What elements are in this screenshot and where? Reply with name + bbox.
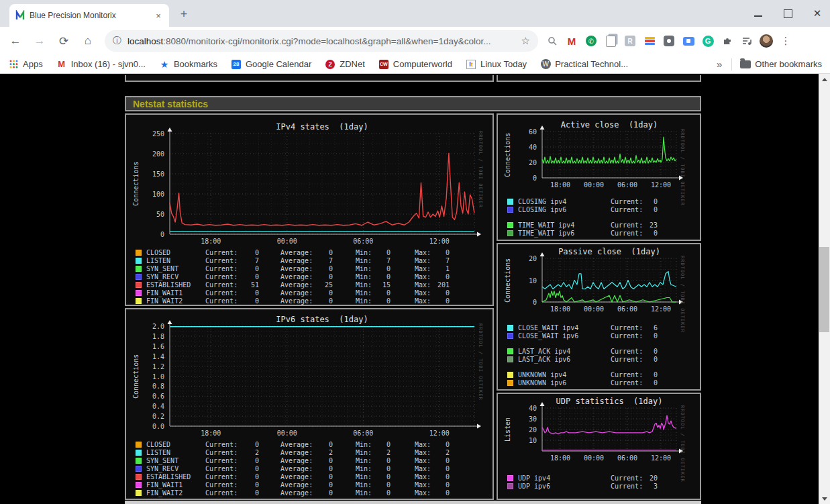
plot-area [542, 408, 676, 451]
other-bookmarks-button[interactable]: Other bookmarks [740, 59, 822, 70]
legend-label: FIN_WAIT1 [146, 481, 205, 489]
grammarly-icon[interactable]: G [701, 34, 715, 48]
legend-value-average: 25 [317, 281, 333, 289]
legend-swatch [136, 482, 142, 488]
y-tick-label: 0.8 [138, 383, 164, 390]
legend-key-average: Average: [280, 289, 317, 297]
bookmark-star-icon[interactable]: ☆ [521, 35, 530, 47]
legend-value-min: 0 [372, 465, 391, 472]
legend-value-current: 6 [643, 324, 658, 332]
r-extension-icon[interactable]: R [623, 34, 637, 48]
pocket-icon[interactable] [662, 34, 676, 48]
plot-area [542, 258, 676, 302]
gmail-icon[interactable]: M [564, 34, 579, 48]
wordpress-favicon: W [540, 59, 551, 70]
folder-icon [740, 59, 751, 70]
y-tick-label: 250 [138, 130, 164, 138]
plot-area [542, 132, 676, 178]
legend-value-current: 0 [643, 379, 658, 387]
legend-key-average: Average: [280, 473, 317, 481]
voice-icon[interactable]: ✆ [584, 34, 599, 48]
browser-tab[interactable]: Blue Precision Monitorix × [9, 4, 169, 27]
bookmarks-overflow-icon[interactable]: » [717, 58, 722, 70]
page-scrollbar[interactable] [819, 74, 830, 504]
apps-shortcut[interactable]: Apps [8, 59, 43, 70]
legend-swatch [136, 450, 142, 456]
legend-value-current: 2 [238, 449, 259, 456]
search-icon[interactable] [545, 34, 560, 48]
copy-pages-icon[interactable] [603, 34, 618, 48]
puzzle-extensions-icon[interactable] [720, 34, 735, 48]
forward-icon[interactable]: → [31, 32, 48, 50]
bookmark-computerworld[interactable]: CW Computerworld [378, 59, 452, 70]
bookmark-bookmarks[interactable]: ★ Bookmarks [159, 59, 217, 70]
minimize-icon[interactable] [752, 7, 764, 19]
scrollbar-thumb[interactable] [819, 247, 829, 332]
legend-swatch [507, 483, 513, 489]
legend-key-average: Average: [280, 465, 317, 472]
bookmark-practical-technology[interactable]: W Practical Technol... [540, 59, 628, 70]
reload-icon[interactable]: ⟳ [55, 32, 72, 50]
legend-swatch [136, 266, 142, 272]
bookmarks-separator [731, 58, 732, 70]
legend-swatch [507, 333, 513, 339]
legend-key-current: Current: [205, 441, 238, 448]
legend-key-average: Average: [280, 249, 317, 256]
scroll-down-arrow[interactable] [819, 493, 830, 504]
legend-key-min: Min: [356, 281, 372, 289]
bookmark-zdnet[interactable]: Z ZDNet [325, 59, 365, 70]
legend-key-average: Average: [280, 489, 317, 497]
legend-label: LISTEN [146, 257, 205, 264]
legend-swatch [136, 250, 142, 256]
legend-key-min: Min: [356, 449, 372, 456]
legend-value-current: 0 [643, 332, 658, 340]
legend-value-current: 0 [238, 265, 259, 272]
y-tick-label: 100 [138, 191, 164, 198]
legend-label: CLOSED [146, 249, 205, 256]
y-tick-label: 0.0 [138, 423, 164, 430]
legend-value-current: 0 [238, 289, 259, 297]
legend-swatch [507, 230, 513, 236]
legend-row: CLOSE_WAIT ipv6Current:0 [498, 332, 700, 340]
address-bar[interactable]: ⓘ localhost:8080/monitorix-cgi/monitorix… [105, 30, 538, 52]
legend-value-current: 7 [238, 257, 259, 264]
legend-row: LISTENCurrent:2Average:2Min:2Max:2 [126, 448, 492, 456]
legend-key-max: Max: [415, 257, 431, 264]
meet-camera-icon[interactable] [681, 34, 696, 48]
home-icon[interactable]: ⌂ [79, 32, 97, 50]
new-tab-button[interactable]: + [176, 6, 192, 22]
tab-close-icon[interactable]: × [153, 11, 164, 21]
other-bookmarks-label: Other bookmarks [755, 59, 822, 69]
legend-value-min: 0 [372, 289, 391, 297]
y-tick-label: 150 [138, 170, 164, 178]
legend-value-max: 7 [431, 257, 450, 264]
legend-value-average: 0 [317, 457, 333, 464]
bookmark-inbox[interactable]: M Inbox (16) - sjvn0... [56, 59, 146, 70]
legend-label: FIN_WAIT2 [146, 297, 205, 305]
legend-key-current: Current: [205, 457, 238, 464]
browser-menu-icon[interactable]: ⋮ [778, 34, 793, 48]
legend-key-max: Max: [415, 481, 431, 489]
books-stack-icon[interactable] [642, 34, 657, 48]
x-tick-label: 12:00 [644, 305, 678, 313]
bookmark-linux-today[interactable]: lt Linux Today [466, 59, 527, 70]
legend-row: ESTABLISHEDCurrent:0Average:0Min:0Max:0 [126, 472, 492, 481]
site-info-icon[interactable]: ⓘ [113, 35, 121, 47]
scroll-up-arrow[interactable] [819, 74, 830, 85]
close-icon[interactable]: ✕ [811, 7, 823, 19]
bookmark-google-calendar[interactable]: 28 Google Calendar [231, 59, 311, 70]
legend-value-average: 0 [317, 297, 333, 305]
legend-value-min: 0 [372, 249, 391, 256]
maximize-icon[interactable] [782, 7, 794, 19]
back-icon[interactable]: ← [7, 32, 24, 50]
x-tick-label: 06:00 [611, 454, 644, 462]
legend-key-min: Min: [356, 481, 372, 489]
legend-swatch [136, 442, 142, 448]
playlist-icon[interactable] [739, 34, 754, 48]
panel-ipv6-states: IPv6 states (1day)Connections0.00.20.40.… [125, 308, 494, 500]
legend-key-average: Average: [280, 257, 317, 264]
rrdtool-watermark: RRDTOOL / TOBI OETIKER [680, 405, 685, 483]
profile-avatar[interactable] [759, 34, 774, 48]
x-tick-label: 06:00 [611, 181, 644, 189]
legend-label: SYN_RECV [146, 273, 205, 281]
